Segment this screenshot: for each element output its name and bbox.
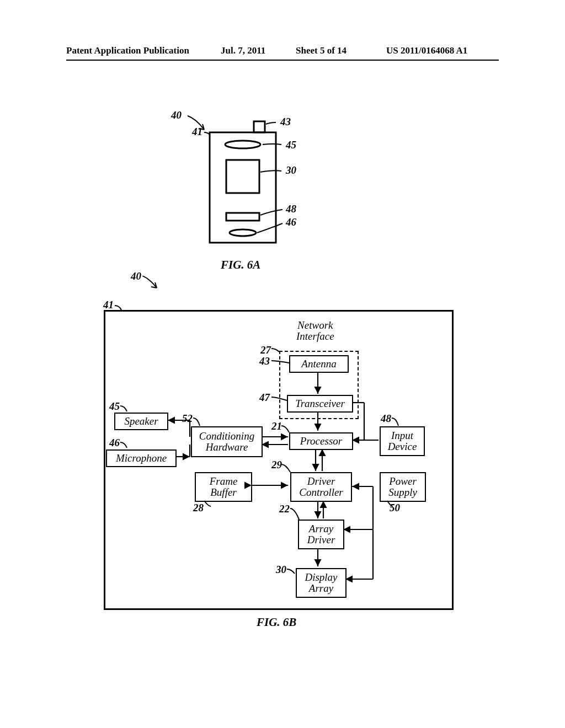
ref-40-b: 40 <box>131 270 141 282</box>
fig-6b-label: FIG. 6B <box>257 615 296 629</box>
ref-45-a: 45 <box>286 139 296 151</box>
header-sheet: Sheet 5 of 14 <box>296 45 347 56</box>
fig-6b-connectors <box>104 310 452 608</box>
svg-rect-1 <box>254 121 265 132</box>
ref-41-b: 41 <box>103 299 114 311</box>
header-rule <box>66 60 499 61</box>
ref-46-a: 46 <box>286 216 296 228</box>
ref-40-b-arrow <box>142 276 161 291</box>
header-pub-number: US 2011/0164068 A1 <box>386 45 467 56</box>
header-publication-type: Patent Application Publication <box>66 45 189 56</box>
ref-48-a: 48 <box>286 203 296 215</box>
svg-rect-3 <box>226 160 259 193</box>
ref-43-a: 43 <box>280 116 291 128</box>
svg-point-5 <box>230 229 256 236</box>
ref-30-a: 30 <box>286 164 296 176</box>
fig-6a-drawing <box>166 110 320 265</box>
patent-page: Patent Application Publication Jul. 7, 2… <box>0 0 565 728</box>
header-date: Jul. 7, 2011 <box>221 45 265 56</box>
svg-point-2 <box>225 141 260 148</box>
ref-40-a: 40 <box>171 109 182 121</box>
svg-rect-4 <box>226 213 259 221</box>
fig-6a-label: FIG. 6A <box>221 258 260 272</box>
ref-41-a: 41 <box>192 126 202 138</box>
